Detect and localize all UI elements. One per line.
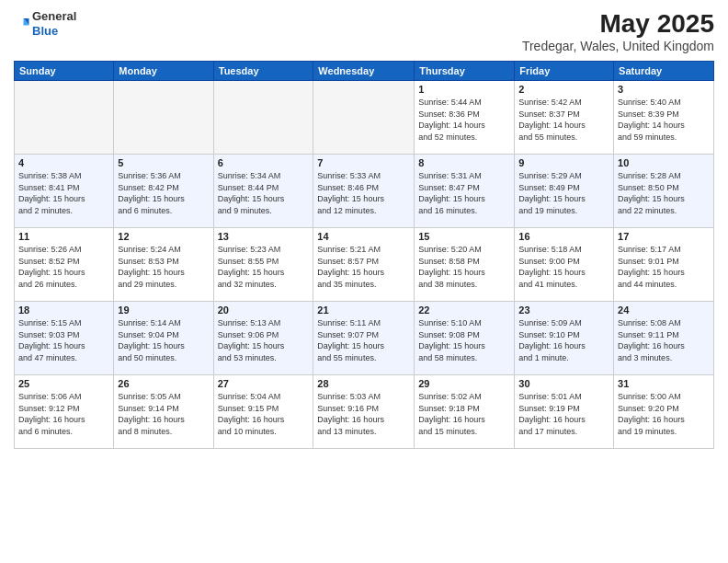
table-row: 15Sunrise: 5:20 AMSunset: 8:58 PMDayligh… xyxy=(415,228,515,302)
day-info: Sunrise: 5:02 AMSunset: 9:18 PMDaylight:… xyxy=(418,391,510,437)
table-row: 19Sunrise: 5:14 AMSunset: 9:04 PMDayligh… xyxy=(114,302,213,375)
calendar-week-row: 18Sunrise: 5:15 AMSunset: 9:03 PMDayligh… xyxy=(15,302,714,375)
table-row: 16Sunrise: 5:18 AMSunset: 9:00 PMDayligh… xyxy=(515,228,614,302)
calendar-week-row: 4Sunrise: 5:38 AMSunset: 8:41 PMDaylight… xyxy=(15,155,714,228)
day-info: Sunrise: 5:09 AMSunset: 9:10 PMDaylight:… xyxy=(518,317,609,363)
table-row: 4Sunrise: 5:38 AMSunset: 8:41 PMDaylight… xyxy=(15,155,114,228)
table-row: 17Sunrise: 5:17 AMSunset: 9:01 PMDayligh… xyxy=(614,228,714,302)
day-info: Sunrise: 5:11 AMSunset: 9:07 PMDaylight:… xyxy=(317,317,410,363)
table-row: 18Sunrise: 5:15 AMSunset: 9:03 PMDayligh… xyxy=(15,302,114,375)
day-number: 10 xyxy=(618,157,710,168)
day-info: Sunrise: 5:28 AMSunset: 8:50 PMDaylight:… xyxy=(618,170,710,216)
day-info: Sunrise: 5:36 AMSunset: 8:42 PMDaylight:… xyxy=(118,170,209,216)
day-info: Sunrise: 5:17 AMSunset: 9:01 PMDaylight:… xyxy=(618,244,710,290)
col-sunday: Sunday xyxy=(15,62,114,81)
day-number: 3 xyxy=(618,84,710,95)
day-number: 22 xyxy=(418,304,510,316)
day-number: 17 xyxy=(618,231,710,242)
day-info: Sunrise: 5:14 AMSunset: 9:04 PMDaylight:… xyxy=(118,317,209,363)
table-row: 3Sunrise: 5:40 AMSunset: 8:39 PMDaylight… xyxy=(614,81,714,155)
table-row: 21Sunrise: 5:11 AMSunset: 9:07 PMDayligh… xyxy=(313,302,415,375)
day-number: 8 xyxy=(418,157,510,168)
day-info: Sunrise: 5:15 AMSunset: 9:03 PMDaylight:… xyxy=(18,317,109,363)
day-number: 20 xyxy=(218,304,310,316)
table-row: 20Sunrise: 5:13 AMSunset: 9:06 PMDayligh… xyxy=(213,302,313,375)
day-number: 2 xyxy=(518,84,609,95)
table-row: 27Sunrise: 5:04 AMSunset: 9:15 PMDayligh… xyxy=(213,375,313,449)
table-row: 1Sunrise: 5:44 AMSunset: 8:36 PMDaylight… xyxy=(415,81,515,155)
col-thursday: Thursday xyxy=(415,62,515,81)
day-info: Sunrise: 5:24 AMSunset: 8:53 PMDaylight:… xyxy=(118,244,209,290)
day-number: 1 xyxy=(418,84,510,95)
day-number: 7 xyxy=(317,157,410,168)
day-info: Sunrise: 5:01 AMSunset: 9:19 PMDaylight:… xyxy=(518,391,609,437)
logo-icon xyxy=(14,16,30,32)
day-number: 16 xyxy=(518,231,609,242)
table-row: 25Sunrise: 5:06 AMSunset: 9:12 PMDayligh… xyxy=(15,375,114,449)
day-info: Sunrise: 5:34 AMSunset: 8:44 PMDaylight:… xyxy=(218,170,310,216)
col-wednesday: Wednesday xyxy=(313,62,415,81)
table-row: 8Sunrise: 5:31 AMSunset: 8:47 PMDaylight… xyxy=(415,155,515,228)
calendar-week-row: 11Sunrise: 5:26 AMSunset: 8:52 PMDayligh… xyxy=(15,228,714,302)
day-number: 15 xyxy=(418,231,510,242)
month-title: May 2025 xyxy=(522,9,714,39)
table-row: 10Sunrise: 5:28 AMSunset: 8:50 PMDayligh… xyxy=(614,155,714,228)
table-row: 23Sunrise: 5:09 AMSunset: 9:10 PMDayligh… xyxy=(515,302,614,375)
table-row: 13Sunrise: 5:23 AMSunset: 8:55 PMDayligh… xyxy=(213,228,313,302)
day-info: Sunrise: 5:21 AMSunset: 8:57 PMDaylight:… xyxy=(317,244,410,290)
day-info: Sunrise: 5:31 AMSunset: 8:47 PMDaylight:… xyxy=(418,170,510,216)
day-number: 18 xyxy=(18,304,109,316)
day-info: Sunrise: 5:04 AMSunset: 9:15 PMDaylight:… xyxy=(218,391,310,437)
day-info: Sunrise: 5:08 AMSunset: 9:11 PMDaylight:… xyxy=(618,317,710,363)
day-number: 26 xyxy=(118,378,209,389)
table-row xyxy=(313,81,415,155)
title-block: May 2025 Tredegar, Wales, United Kingdom xyxy=(522,9,714,53)
table-row xyxy=(213,81,313,155)
table-row: 28Sunrise: 5:03 AMSunset: 9:16 PMDayligh… xyxy=(313,375,415,449)
table-row xyxy=(15,81,114,155)
col-saturday: Saturday xyxy=(614,62,714,81)
day-info: Sunrise: 5:26 AMSunset: 8:52 PMDaylight:… xyxy=(18,244,109,290)
col-tuesday: Tuesday xyxy=(213,62,313,81)
location: Tredegar, Wales, United Kingdom xyxy=(522,39,714,53)
logo: General Blue xyxy=(14,9,76,38)
day-number: 25 xyxy=(18,378,109,389)
day-info: Sunrise: 5:29 AMSunset: 8:49 PMDaylight:… xyxy=(518,170,609,216)
day-number: 28 xyxy=(317,378,410,389)
day-info: Sunrise: 5:00 AMSunset: 9:20 PMDaylight:… xyxy=(618,391,710,437)
day-number: 6 xyxy=(218,157,310,168)
day-number: 13 xyxy=(218,231,310,242)
page: General Blue May 2025 Tredegar, Wales, U… xyxy=(0,0,728,563)
day-number: 21 xyxy=(317,304,410,316)
day-number: 12 xyxy=(118,231,209,242)
table-row: 29Sunrise: 5:02 AMSunset: 9:18 PMDayligh… xyxy=(415,375,515,449)
logo-text: General Blue xyxy=(32,9,76,38)
table-row: 24Sunrise: 5:08 AMSunset: 9:11 PMDayligh… xyxy=(614,302,714,375)
table-row: 22Sunrise: 5:10 AMSunset: 9:08 PMDayligh… xyxy=(415,302,515,375)
calendar-week-row: 25Sunrise: 5:06 AMSunset: 9:12 PMDayligh… xyxy=(15,375,714,449)
table-row: 30Sunrise: 5:01 AMSunset: 9:19 PMDayligh… xyxy=(515,375,614,449)
day-info: Sunrise: 5:18 AMSunset: 9:00 PMDaylight:… xyxy=(518,244,609,290)
day-info: Sunrise: 5:23 AMSunset: 8:55 PMDaylight:… xyxy=(218,244,310,290)
calendar: Sunday Monday Tuesday Wednesday Thursday… xyxy=(14,61,714,449)
table-row: 31Sunrise: 5:00 AMSunset: 9:20 PMDayligh… xyxy=(614,375,714,449)
calendar-header-row: Sunday Monday Tuesday Wednesday Thursday… xyxy=(15,62,714,81)
table-row: 12Sunrise: 5:24 AMSunset: 8:53 PMDayligh… xyxy=(114,228,213,302)
table-row: 7Sunrise: 5:33 AMSunset: 8:46 PMDaylight… xyxy=(313,155,415,228)
header: General Blue May 2025 Tredegar, Wales, U… xyxy=(14,9,714,53)
day-number: 29 xyxy=(418,378,510,389)
table-row: 14Sunrise: 5:21 AMSunset: 8:57 PMDayligh… xyxy=(313,228,415,302)
day-number: 27 xyxy=(218,378,310,389)
col-friday: Friday xyxy=(515,62,614,81)
day-number: 24 xyxy=(618,304,710,316)
day-info: Sunrise: 5:33 AMSunset: 8:46 PMDaylight:… xyxy=(317,170,410,216)
table-row: 5Sunrise: 5:36 AMSunset: 8:42 PMDaylight… xyxy=(114,155,213,228)
day-number: 5 xyxy=(118,157,209,168)
day-info: Sunrise: 5:40 AMSunset: 8:39 PMDaylight:… xyxy=(618,97,710,143)
day-info: Sunrise: 5:10 AMSunset: 9:08 PMDaylight:… xyxy=(418,317,510,363)
day-info: Sunrise: 5:42 AMSunset: 8:37 PMDaylight:… xyxy=(518,97,609,143)
table-row: 11Sunrise: 5:26 AMSunset: 8:52 PMDayligh… xyxy=(15,228,114,302)
day-number: 9 xyxy=(518,157,609,168)
col-monday: Monday xyxy=(114,62,213,81)
table-row: 26Sunrise: 5:05 AMSunset: 9:14 PMDayligh… xyxy=(114,375,213,449)
